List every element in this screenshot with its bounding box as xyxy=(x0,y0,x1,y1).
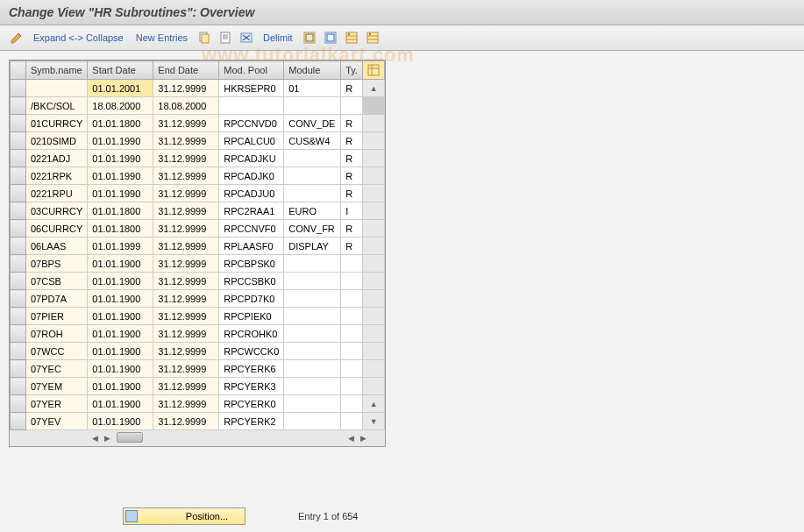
cell-type[interactable] xyxy=(341,308,363,325)
cell-symb[interactable]: 07YEC xyxy=(26,360,88,378)
cell-end-date[interactable]: 31.12.9999 xyxy=(153,308,219,325)
cell-end-date[interactable]: 31.12.9999 xyxy=(153,325,219,343)
row-selector[interactable] xyxy=(11,395,26,413)
cell-mod-pool[interactable]: RPCCNVD0 xyxy=(219,115,284,132)
cell-symb[interactable]: 06LAAS xyxy=(26,238,88,255)
deselect-all-icon[interactable] xyxy=(323,30,338,46)
expand-collapse-button[interactable]: Expand <-> Collapse xyxy=(30,31,127,45)
cell-start-date[interactable]: 01.01.1900 xyxy=(88,308,153,325)
cell-type[interactable] xyxy=(341,325,363,343)
cell-end-date[interactable]: 31.12.9999 xyxy=(153,360,219,378)
cell-mod-pool[interactable]: RPCPD7K0 xyxy=(219,290,284,308)
cell-module[interactable] xyxy=(284,413,341,430)
cell-symb[interactable]: 07ROH xyxy=(26,325,88,343)
cell-type[interactable]: R xyxy=(341,132,363,150)
cell-mod-pool[interactable]: RPCPIEK0 xyxy=(219,308,284,325)
cell-start-date[interactable]: 01.01.1900 xyxy=(88,255,153,273)
scroll-down-arrow[interactable]: ▼ xyxy=(367,415,380,428)
cell-symb[interactable]: 07PIER xyxy=(26,308,88,325)
scroll-up-arrow[interactable]: ▲ xyxy=(367,82,380,95)
cell-start-date[interactable]: 01.01.2001 xyxy=(88,80,153,97)
cell-end-date[interactable]: 31.12.9999 xyxy=(153,115,219,132)
cell-type[interactable]: R xyxy=(341,185,363,202)
cell-module[interactable]: CONV_DE xyxy=(284,115,341,132)
cell-type[interactable] xyxy=(341,255,363,273)
row-selector[interactable] xyxy=(11,413,26,430)
cell-module[interactable]: CONV_FR xyxy=(284,220,341,238)
cell-type[interactable] xyxy=(341,273,363,290)
col-header-module[interactable]: Module xyxy=(284,61,341,80)
cell-start-date[interactable]: 01.01.1900 xyxy=(88,378,153,395)
cell-symb[interactable]: 0221ADJ xyxy=(26,150,88,167)
vscroll-cell[interactable] xyxy=(363,202,385,220)
cell-start-date[interactable]: 01.01.1990 xyxy=(88,167,153,185)
vscroll-cell[interactable] xyxy=(363,220,385,238)
cell-mod-pool[interactable]: RPCADJU0 xyxy=(219,185,284,202)
cell-module[interactable] xyxy=(284,290,341,308)
cell-type[interactable]: R xyxy=(341,167,363,185)
cell-module[interactable] xyxy=(284,325,341,343)
row-selector[interactable] xyxy=(11,202,26,220)
vscroll-cell[interactable] xyxy=(363,308,385,325)
cell-module[interactable] xyxy=(284,395,341,413)
hscroll-left-arrow-2[interactable]: ◀ xyxy=(345,432,357,444)
cell-start-date[interactable]: 01.01.1900 xyxy=(88,360,153,378)
cell-type[interactable] xyxy=(341,378,363,395)
cell-type[interactable] xyxy=(341,290,363,308)
cell-end-date[interactable]: 31.12.9999 xyxy=(153,413,219,430)
row-selector[interactable] xyxy=(11,220,26,238)
cell-end-date[interactable]: 31.12.9999 xyxy=(153,238,219,255)
cell-end-date[interactable]: 18.08.2000 xyxy=(153,97,219,115)
cell-start-date[interactable]: 01.01.1990 xyxy=(88,150,153,167)
row-selector[interactable] xyxy=(11,185,26,202)
cell-symb[interactable]: 0221RPU xyxy=(26,185,88,202)
row-selector[interactable] xyxy=(11,273,26,290)
cell-symb[interactable]: 07CSB xyxy=(26,273,88,290)
cell-module[interactable] xyxy=(284,150,341,167)
cell-start-date[interactable]: 01.01.1800 xyxy=(88,202,153,220)
cell-symb[interactable]: 07YER xyxy=(26,395,88,413)
cell-mod-pool[interactable] xyxy=(219,97,284,115)
row-selector[interactable] xyxy=(11,167,26,185)
vscroll-cell[interactable] xyxy=(363,132,385,150)
cell-module[interactable] xyxy=(284,97,341,115)
cell-mod-pool[interactable]: RPCYERK0 xyxy=(219,395,284,413)
col-header-start[interactable]: Start Date xyxy=(88,61,153,80)
row-selector[interactable] xyxy=(11,378,26,395)
cell-type[interactable]: R xyxy=(341,220,363,238)
vscroll-cell[interactable] xyxy=(363,150,385,167)
cell-start-date[interactable]: 01.01.1999 xyxy=(88,238,153,255)
table-icon-1[interactable] xyxy=(344,30,359,46)
cell-mod-pool[interactable]: RPC2RAA1 xyxy=(219,202,284,220)
vscroll-cell[interactable] xyxy=(363,115,385,132)
cell-module[interactable] xyxy=(284,185,341,202)
row-selector[interactable] xyxy=(11,325,26,343)
row-selector[interactable] xyxy=(11,97,26,115)
cell-module[interactable] xyxy=(284,378,341,395)
cell-symb[interactable]: 07WCC xyxy=(26,343,88,360)
col-header-end[interactable]: End Date xyxy=(153,61,219,80)
cell-start-date[interactable]: 01.01.1900 xyxy=(88,343,153,360)
col-header-symb[interactable]: Symb.name xyxy=(26,61,88,80)
delete-icon[interactable] xyxy=(238,30,254,46)
cell-symb[interactable]: /BKC/SOL xyxy=(26,97,88,115)
cell-module[interactable] xyxy=(284,167,341,185)
row-selector[interactable] xyxy=(11,132,26,150)
position-button[interactable]: Position... xyxy=(123,507,245,525)
hscroll-right-arrow-1[interactable]: ▶ xyxy=(101,432,113,444)
cell-symb[interactable]: 03CURRCY xyxy=(26,202,88,220)
cell-mod-pool[interactable]: RPCYERK6 xyxy=(219,360,284,378)
cell-end-date[interactable]: 31.12.9999 xyxy=(153,273,219,290)
cell-mod-pool[interactable]: RPCYERK3 xyxy=(219,378,284,395)
cell-start-date[interactable]: 01.01.1800 xyxy=(88,115,153,132)
row-selector[interactable] xyxy=(11,360,26,378)
row-selector[interactable] xyxy=(11,308,26,325)
cell-end-date[interactable]: 31.12.9999 xyxy=(153,80,219,97)
cell-start-date[interactable]: 01.01.1900 xyxy=(88,325,153,343)
cell-end-date[interactable]: 31.12.9999 xyxy=(153,290,219,308)
cell-end-date[interactable]: 31.12.9999 xyxy=(153,132,219,150)
cell-module[interactable] xyxy=(284,255,341,273)
vscroll-cell[interactable] xyxy=(363,325,385,343)
cell-module[interactable]: 01 xyxy=(284,80,341,97)
cell-symb[interactable] xyxy=(26,80,88,97)
